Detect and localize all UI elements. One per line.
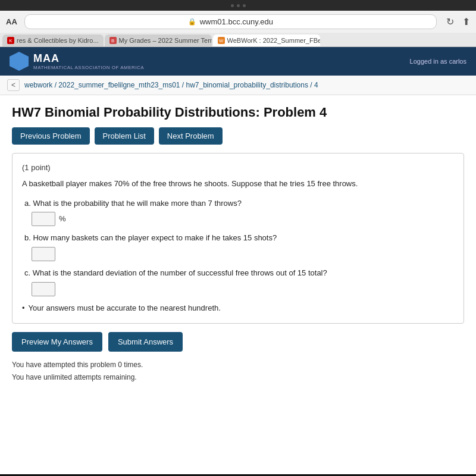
problem-box: (1 point) A basketball player makes 70% … (12, 153, 464, 324)
question-a-letter: a. (24, 199, 33, 208)
problem-list-button[interactable]: Problem List (95, 127, 154, 145)
page-title: HW7 Binomial Probability Distributions: … (12, 105, 464, 120)
device-dot (237, 4, 240, 7)
tab-label-grades: My Grades – 2022 Summer Term (4W1) Proba… (119, 37, 212, 44)
previous-problem-button[interactable]: Previous Problem (12, 127, 90, 145)
tab-icon-grades: B (109, 37, 117, 44)
browser-top-bar: AA 🔒 wwm01.bcc.cuny.edu ↻ ⬆ (0, 11, 476, 33)
question-b-block: b. How many baskets can the player expec… (22, 232, 454, 261)
tab-webwork[interactable]: W WeBWorK : 2022_Summer_FBe... ✕ (213, 35, 320, 46)
next-problem-button[interactable]: Next Problem (159, 127, 223, 145)
question-c-letter: c. (24, 268, 33, 277)
address-bar[interactable]: 🔒 wwm01.bcc.cuny.edu (24, 14, 437, 29)
preview-answers-button[interactable]: Preview My Answers (12, 332, 102, 352)
attempts-line1: You have attempted this problem 0 times. (12, 359, 464, 372)
points-label: (1 point) (22, 162, 454, 174)
question-a-label: a. What is the probability that he will … (24, 198, 454, 210)
lock-icon: 🔒 (188, 18, 196, 26)
tab-label-collectibles: res & Collectibles by Kidro... (17, 37, 99, 44)
tabs-bar: K res & Collectibles by Kidro... B My Gr… (0, 33, 476, 46)
breadcrumb-back-button[interactable]: < (7, 79, 20, 91)
nav-buttons: Previous Problem Problem List Next Probl… (12, 127, 464, 145)
problem-description: A basketball player makes 70% of the fre… (22, 178, 454, 190)
device-dots (231, 4, 246, 7)
tab-label-webwork: WeBWorK : 2022_Summer_FBe... (227, 37, 320, 44)
question-a-text: What is the probability that he will mak… (33, 199, 241, 208)
tab-icon-collectibles: K (7, 37, 14, 44)
browser-chrome: AA 🔒 wwm01.bcc.cuny.edu ↻ ⬆ K res & Coll… (0, 11, 476, 47)
question-b-input-row (24, 247, 454, 261)
bullet-note: • Your answers must be accurate to the n… (22, 302, 454, 315)
refresh-button[interactable]: ↻ (446, 16, 454, 27)
question-a-suffix: % (59, 213, 66, 226)
breadcrumb-path: webwork / 2022_summer_fbelilgne_mth23_ms… (24, 81, 318, 89)
browser-aa-label[interactable]: AA (6, 17, 17, 26)
attempts-line2: You have unlimited attempts remaining. (12, 371, 464, 384)
question-a-input-row: % (24, 212, 454, 226)
submit-area: Preview My Answers Submit Answers (12, 332, 464, 352)
question-c-block: c. What is the standard deviation of the… (22, 267, 454, 296)
device-dot (243, 4, 246, 7)
address-text: wwm01.bcc.cuny.edu (200, 17, 273, 26)
maa-header: MAA MATHEMATICAL ASSOCIATION OF AMERICA … (0, 47, 476, 76)
question-a-block: a. What is the probability that he will … (22, 198, 454, 227)
question-c-label: c. What is the standard deviation of the… (24, 267, 454, 280)
bullet-dot: • (22, 302, 25, 315)
question-c-input-row (24, 282, 454, 296)
maa-logged-in: Logged in as carlos (410, 58, 466, 65)
question-b-letter: b. (24, 233, 33, 242)
question-c-input[interactable] (32, 282, 55, 296)
tab-grades[interactable]: B My Grades – 2022 Summer Term (4W1) Pro… (105, 35, 212, 46)
page-content: HW7 Binomial Probability Distributions: … (0, 95, 476, 394)
maa-text-group: MAA MATHEMATICAL ASSOCIATION OF AMERICA (33, 52, 144, 70)
question-b-text: How many baskets can the player expect t… (33, 233, 277, 242)
maa-logo-text: MAA (33, 52, 144, 65)
maa-logo: MAA MATHEMATICAL ASSOCIATION OF AMERICA (10, 52, 144, 71)
breadcrumb-bar: < webwork / 2022_summer_fbelilgne_mth23_… (0, 76, 476, 95)
browser-content: MAA MATHEMATICAL ASSOCIATION OF AMERICA … (0, 47, 476, 474)
maa-hexagon-icon (10, 52, 29, 71)
question-c-text: What is the standard deviation of the nu… (33, 268, 327, 277)
tab-collectibles[interactable]: K res & Collectibles by Kidro... (2, 35, 104, 46)
device-dot (231, 4, 234, 7)
share-button[interactable]: ⬆ (462, 16, 470, 27)
submit-answers-button[interactable]: Submit Answers (108, 332, 183, 352)
device-top-bar (0, 0, 476, 11)
maa-subtitle: MATHEMATICAL ASSOCIATION OF AMERICA (33, 65, 144, 70)
attempts-text: You have attempted this problem 0 times.… (12, 359, 464, 384)
question-b-input[interactable] (32, 247, 55, 261)
question-a-input[interactable] (32, 212, 55, 226)
tab-icon-webwork: W (218, 37, 225, 44)
bullet-note-text: Your answers must be accurate to the nea… (29, 302, 221, 315)
question-b-label: b. How many baskets can the player expec… (24, 232, 454, 245)
